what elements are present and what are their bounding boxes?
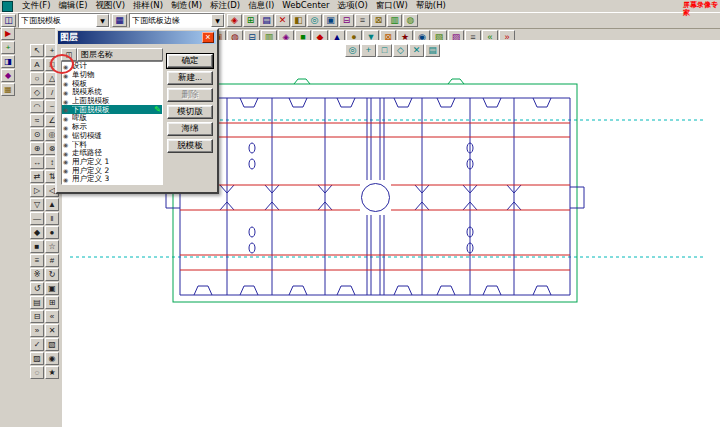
tool-icon-button[interactable]: ≈ — [30, 114, 44, 127]
menu-item[interactable]: 帮助(H) — [412, 0, 450, 12]
tool-icon-button[interactable]: ≡ — [30, 254, 44, 267]
tool-icon-button[interactable]: ✓ — [30, 338, 44, 351]
menu-item[interactable]: 制造(M) — [167, 0, 206, 12]
menu-item[interactable]: 选项(O) — [333, 0, 371, 12]
tool-icon-button[interactable]: ◌ — [30, 366, 44, 379]
visibility-icon[interactable]: ◉ — [63, 158, 70, 165]
tool-icon-button[interactable]: A — [30, 58, 44, 71]
tool-icon-button[interactable]: ▷ — [30, 184, 44, 197]
menu-item[interactable]: 信息(I) — [244, 0, 278, 12]
toolbar-icon-button[interactable]: ≡ — [355, 14, 370, 27]
tool-icon-button[interactable]: ■ — [30, 240, 44, 253]
tool-icon-button[interactable]: ☆ — [45, 240, 59, 253]
tool-icon-button[interactable]: # — [45, 254, 59, 267]
tool-icon-button[interactable]: ‖ — [45, 212, 59, 225]
toolbar-icon-button[interactable]: ▤ — [259, 14, 274, 27]
toolbar-icon-button[interactable]: ▣ — [323, 14, 338, 27]
tool-icon-button[interactable]: ▦ — [1, 83, 15, 96]
visibility-icon[interactable]: ◉ — [63, 115, 70, 122]
tool-icon-button[interactable]: ✕ — [45, 324, 59, 337]
tool-icon-button[interactable]: ◠ — [30, 100, 44, 113]
dialog-button[interactable]: 海绵 — [167, 122, 213, 136]
tool-icon-button[interactable]: ★ — [45, 366, 59, 379]
tool-icon-button[interactable]: ↻ — [45, 268, 59, 281]
tool-icon-button[interactable]: ⇄ — [30, 170, 44, 183]
edge-tool-button[interactable]: ▦ — [112, 14, 127, 27]
toolbar-icon-button[interactable]: ⊞ — [243, 14, 258, 27]
toolbar-icon-button[interactable]: ◈ — [227, 14, 242, 27]
dialog-button[interactable]: 删除 — [167, 88, 213, 102]
toolbar-icon-button[interactable]: ⊠ — [371, 14, 386, 27]
dialog-button[interactable]: 新建... — [167, 71, 213, 85]
tool-icon-button[interactable]: ↔ — [30, 156, 44, 169]
visibility-icon[interactable]: ◉ — [63, 72, 70, 79]
tool-icon-button[interactable]: ▲ — [45, 198, 59, 211]
toolbar-icon-button[interactable]: + — [361, 44, 376, 57]
toolbar-icon-button[interactable]: ◎ — [307, 14, 322, 27]
tool-icon-button[interactable]: ▽ — [30, 198, 44, 211]
toolbar-icon-button[interactable]: ⊟ — [339, 14, 354, 27]
dialog-button[interactable]: 确定 — [167, 54, 213, 68]
tool-icon-button[interactable]: ↺ — [30, 282, 44, 295]
layer-visibility-header-button[interactable]: ◫ — [61, 48, 77, 61]
tool-icon-button[interactable]: ◉ — [45, 352, 59, 365]
visibility-icon[interactable]: ◉ — [63, 89, 70, 96]
toolbar-icon-button[interactable]: ▤ — [425, 44, 440, 57]
tool-icon-button[interactable]: ◇ — [30, 86, 44, 99]
toolbar-icon-button[interactable]: ◧ — [291, 14, 306, 27]
tool-icon-button[interactable]: ▤ — [30, 296, 44, 309]
tool-icon-button[interactable]: ▣ — [45, 282, 59, 295]
menu-item[interactable]: 视图(V) — [92, 0, 129, 12]
visibility-icon[interactable]: ◉ — [63, 98, 70, 105]
tool-icon-button[interactable]: ⊙ — [30, 128, 44, 141]
visibility-icon[interactable]: ◉ — [63, 63, 70, 70]
layer-combo[interactable]: 下面脱模板 ▼ — [18, 13, 110, 28]
visibility-icon[interactable]: ◉ — [63, 150, 70, 157]
close-icon[interactable]: × — [202, 32, 214, 43]
tool-icon-button[interactable]: ● — [45, 226, 59, 239]
menu-item[interactable]: WebCenter — [278, 0, 333, 12]
tool-icon-button[interactable]: « — [45, 310, 59, 323]
dialog-button[interactable]: 脱模板 — [167, 139, 213, 153]
toolbar-icon-button[interactable]: ✕ — [409, 44, 424, 57]
layer-tool-button[interactable]: ◫ — [1, 14, 16, 27]
tool-icon-button[interactable]: ▶ — [1, 27, 15, 40]
chevron-down-icon[interactable]: ▼ — [96, 14, 109, 27]
visibility-icon[interactable]: ◉ — [63, 106, 70, 113]
tool-icon-button[interactable]: ◨ — [1, 55, 15, 68]
layer-row[interactable]: ◉ 用户定义 3 ✎ — [62, 175, 162, 184]
visibility-icon[interactable]: ◉ — [63, 132, 70, 139]
toolbar-icon-button[interactable]: ▥ — [387, 14, 402, 27]
visibility-icon[interactable]: ◉ — [63, 176, 70, 183]
tool-icon-button[interactable]: — — [30, 212, 44, 225]
chevron-down-icon[interactable]: ▼ — [211, 14, 224, 27]
visibility-icon[interactable]: ◉ — [63, 167, 70, 174]
toolbar-icon-button[interactable]: ✕ — [275, 14, 290, 27]
layer-list[interactable]: ◉ 设计 ✎ ◉ 单切物 ✎ ◉ 模板 ✎ ◉ — [61, 61, 163, 185]
toolbar-icon-button[interactable]: ◎ — [345, 44, 360, 57]
tool-icon-button[interactable]: » — [30, 324, 44, 337]
dialog-titlebar[interactable]: 图层 × — [58, 31, 216, 44]
visibility-icon[interactable]: ◉ — [63, 124, 70, 131]
tool-icon-button[interactable]: + — [1, 41, 15, 54]
visibility-icon[interactable]: ◉ — [63, 80, 70, 87]
menu-item[interactable]: 文件(F) — [18, 0, 55, 12]
tool-icon-button[interactable]: ⊟ — [30, 310, 44, 323]
dialog-button[interactable]: 模切版 — [167, 105, 213, 119]
menu-item[interactable]: 窗口(W) — [372, 0, 412, 12]
toolbar-icon-button[interactable]: ◇ — [393, 44, 408, 57]
tool-icon-button[interactable]: ◆ — [1, 69, 15, 82]
tool-icon-button[interactable]: ◆ — [30, 226, 44, 239]
menu-item[interactable]: 编辑(E) — [55, 0, 92, 12]
visibility-icon[interactable]: ◉ — [63, 141, 70, 148]
tool-icon-button[interactable]: ⊕ — [30, 142, 44, 155]
tool-icon-button[interactable]: ※ — [30, 268, 44, 281]
toolbar-icon-button[interactable]: ◍ — [403, 14, 418, 27]
tool-icon-button[interactable]: ▧ — [45, 338, 59, 351]
tool-icon-button[interactable]: ○ — [30, 72, 44, 85]
tool-icon-button[interactable]: ⊞ — [45, 296, 59, 309]
tool-icon-button[interactable]: ↖ — [30, 44, 44, 57]
tool-icon-button[interactable]: ▨ — [30, 352, 44, 365]
menu-item[interactable]: 排样(N) — [129, 0, 167, 12]
toolbar-icon-button[interactable]: □ — [377, 44, 392, 57]
